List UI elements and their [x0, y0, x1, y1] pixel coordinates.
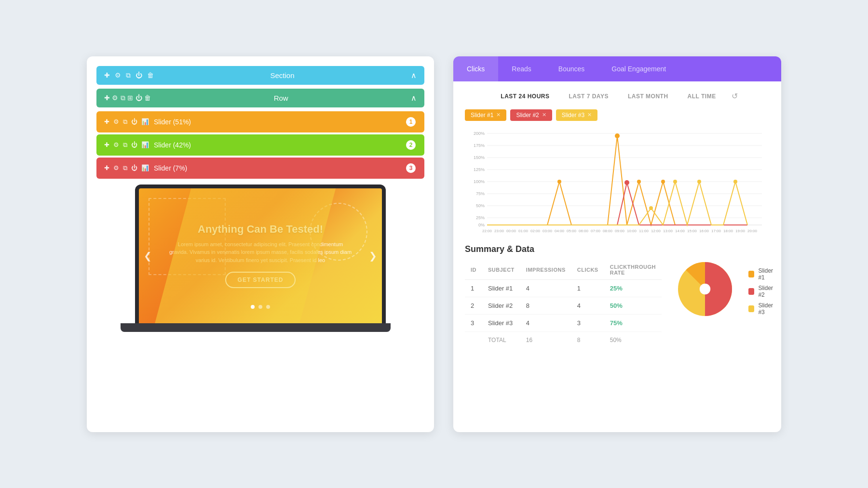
refresh-icon[interactable]: ↺ — [732, 92, 738, 101]
row-chevron[interactable]: ∧ — [411, 93, 417, 103]
power-icon[interactable]: ⏻ — [136, 71, 142, 79]
row-icons: ✚ ⚙ ⧉ ⊞ ⏻ 🗑 — [104, 93, 151, 102]
slider-item-3[interactable]: ✚ ⚙ ⧉ ⏻ 📊 Slider (7%) 3 — [96, 158, 424, 179]
slider-copy-icon-2[interactable]: ⧉ — [123, 141, 127, 149]
slide-dot-1[interactable] — [251, 305, 255, 309]
slider-power-icon-3[interactable]: ⏻ — [131, 164, 137, 171]
svg-text:15:00: 15:00 — [687, 229, 697, 233]
slide-nav-right[interactable]: ❯ — [369, 250, 377, 262]
slider-chart-icon-2[interactable]: 📊 — [141, 141, 149, 148]
copy-icon[interactable]: ⧉ — [126, 71, 131, 79]
filter-tag-label-2: Slider #2 — [516, 112, 539, 119]
svg-text:01:00: 01:00 — [518, 229, 529, 233]
row-gear-icon[interactable]: ⚙ — [112, 94, 118, 102]
filter-tag-slider1[interactable]: Slider #1 ✕ — [465, 109, 506, 121]
row3-ctr: 75% — [604, 314, 662, 331]
add-icon[interactable]: ✚ — [104, 71, 110, 79]
slider-chart-icon-3[interactable]: 📊 — [141, 164, 149, 171]
slider-add-icon-2[interactable]: ✚ — [104, 141, 109, 148]
laptop-screen: ❮ Anything Can Be Tested! Lorem ipsum am… — [139, 188, 382, 323]
slider-copy-icon-3[interactable]: ⧉ — [123, 164, 127, 172]
legend-dot-2 — [748, 288, 754, 295]
row2-id: 2 — [465, 297, 482, 314]
table-total-row: TOTAL 16 8 50% — [465, 331, 662, 348]
slider-badge-2: 2 — [405, 139, 417, 151]
slider-chart-icon-1[interactable]: 📊 — [141, 118, 149, 125]
time-btn-all-time[interactable]: ALL TIME — [684, 91, 720, 102]
slide-nav-left[interactable]: ❮ — [144, 250, 152, 262]
svg-text:03:00: 03:00 — [542, 229, 553, 233]
svg-text:23:00: 23:00 — [494, 229, 504, 233]
svg-text:09:00: 09:00 — [615, 229, 625, 233]
slider-gear-icon-2[interactable]: ⚙ — [113, 141, 119, 148]
filter-tags: Slider #1 ✕ Slider #2 ✕ Slider #3 ✕ — [465, 109, 770, 121]
slider-gear-icon-3[interactable]: ⚙ — [113, 164, 119, 171]
row-add-icon[interactable]: ✚ — [104, 94, 110, 102]
total-impressions: 16 — [520, 331, 571, 348]
filter-tag-close-3[interactable]: ✕ — [587, 112, 592, 118]
total-clicks: 8 — [571, 331, 604, 348]
slider-badge-3: 3 — [405, 162, 417, 174]
gear-icon[interactable]: ⚙ — [115, 71, 121, 79]
pie-legend-area: Slider #1 Slider #2 Slider #3 — [671, 255, 779, 328]
legend-item-1: Slider #1 — [748, 267, 779, 281]
svg-text:175%: 175% — [474, 143, 485, 148]
row3-subject: Slider #3 — [482, 314, 520, 331]
section-title: Section — [270, 71, 294, 79]
slider-item-1[interactable]: ✚ ⚙ ⧉ ⏻ 📊 Slider (51%) 1 — [96, 111, 424, 132]
filter-tag-label-3: Slider #3 — [562, 112, 584, 119]
filter-tag-slider3[interactable]: Slider #3 ✕ — [556, 109, 597, 121]
svg-text:10:00: 10:00 — [627, 229, 637, 233]
row1-clicks: 1 — [571, 279, 604, 297]
filter-tag-label-1: Slider #1 — [471, 112, 493, 119]
row-grid-icon[interactable]: ⊞ — [127, 94, 133, 102]
tab-clicks[interactable]: Clicks — [453, 56, 498, 81]
trash-icon[interactable]: 🗑 — [147, 71, 154, 79]
slider-power-icon-1[interactable]: ⏻ — [131, 118, 137, 125]
time-btn-24h[interactable]: LAST 24 HOURS — [497, 91, 553, 102]
svg-point-23 — [649, 206, 653, 210]
row-trash-icon[interactable]: 🗑 — [144, 94, 151, 102]
slider-name-2: Slider (42%) — [154, 141, 191, 149]
slider-item-2[interactable]: ✚ ⚙ ⧉ ⏻ 📊 Slider (42%) 2 — [96, 134, 424, 156]
row3-impressions: 4 — [520, 314, 571, 331]
svg-text:04:00: 04:00 — [555, 229, 565, 233]
filter-tag-close-2[interactable]: ✕ — [542, 112, 546, 118]
slide-dot-2[interactable] — [258, 305, 262, 309]
time-btn-7d[interactable]: LAST 7 DAYS — [565, 91, 612, 102]
svg-text:50%: 50% — [476, 203, 485, 208]
slide-dot-3[interactable] — [266, 305, 270, 309]
section-icons: ✚ ⚙ ⧉ ⏻ 🗑 — [104, 71, 154, 79]
tab-reads[interactable]: Reads — [498, 56, 544, 81]
svg-point-22 — [624, 180, 629, 185]
table-row: 1 Slider #1 4 1 25% — [465, 279, 662, 297]
tab-goal-engagement[interactable]: Goal Engagement — [598, 56, 679, 81]
pie-svg — [671, 255, 739, 323]
slider-add-icon-1[interactable]: ✚ — [104, 118, 109, 125]
time-btn-month[interactable]: LAST MONTH — [624, 91, 672, 102]
svg-text:07:00: 07:00 — [591, 229, 601, 233]
row-power-icon[interactable]: ⏻ — [136, 94, 142, 102]
slider-copy-icon-1[interactable]: ⧉ — [123, 118, 127, 126]
row3-clicks: 3 — [571, 314, 604, 331]
total-ctr: 50% — [604, 331, 662, 348]
row1-subject: Slider #1 — [482, 279, 520, 297]
slider-left-3: ✚ ⚙ ⧉ ⏻ 📊 Slider (7%) — [104, 164, 187, 172]
row2-impressions: 8 — [520, 297, 571, 314]
section-chevron[interactable]: ∧ — [411, 71, 417, 80]
col-id: ID — [465, 260, 482, 280]
svg-text:11:00: 11:00 — [639, 229, 649, 233]
row-copy-icon[interactable]: ⧉ — [121, 94, 125, 102]
svg-text:13:00: 13:00 — [663, 229, 673, 233]
pie-chart — [671, 255, 739, 328]
filter-tag-close-1[interactable]: ✕ — [496, 112, 501, 118]
slider-gear-icon-1[interactable]: ⚙ — [113, 118, 119, 125]
row2-subject: Slider #2 — [482, 297, 520, 314]
table-row: 3 Slider #3 4 3 75% — [465, 314, 662, 331]
slider-power-icon-2[interactable]: ⏻ — [131, 141, 137, 148]
tab-bounces[interactable]: Bounces — [545, 56, 598, 81]
table-container: ID SUBJECT IMPRESSIONS CLICKS CLICKTHROU… — [465, 260, 662, 348]
slider-left-1: ✚ ⚙ ⧉ ⏻ 📊 Slider (51%) — [104, 118, 191, 126]
slider-add-icon-3[interactable]: ✚ — [104, 164, 109, 171]
filter-tag-slider2[interactable]: Slider #2 ✕ — [510, 109, 552, 121]
